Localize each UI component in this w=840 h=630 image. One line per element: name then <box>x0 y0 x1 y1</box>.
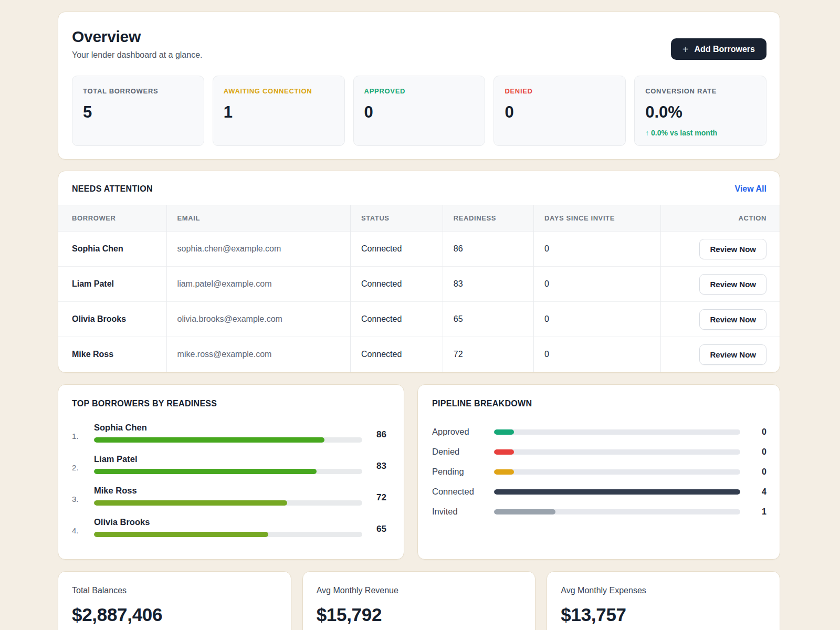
readiness-bar-fill <box>94 500 287 506</box>
pipeline-label: Pending <box>432 467 494 477</box>
summary-value: $15,792 <box>317 604 522 625</box>
summary-value: $13,757 <box>561 604 766 625</box>
pipeline-value: 0 <box>740 447 766 457</box>
stat-label: TOTAL BORROWERS <box>83 87 193 95</box>
borrower-days-since-invite: 0 <box>533 337 660 372</box>
stat-card-denied: DENIED 0 <box>494 76 626 146</box>
top-borrowers-title: TOP BORROWERS BY READINESS <box>72 399 386 408</box>
conversion-delta: ↑ 0.0% vs last month <box>645 129 755 137</box>
table-row: Mike Ross mike.ross@example.com Connecte… <box>58 337 780 372</box>
stat-value: 1 <box>224 103 334 122</box>
top-borrowers-panel: TOP BORROWERS BY READINESS 1. Sophia Che… <box>58 384 404 560</box>
column-header-days: DAYS SINCE INVITE <box>533 205 660 232</box>
borrower-name: Sophia Chen <box>58 232 166 267</box>
borrower-status: Connected <box>350 232 443 267</box>
view-all-link[interactable]: View All <box>735 184 766 194</box>
borrower-name: Liam Patel <box>58 267 166 302</box>
pipeline-title: PIPELINE BREAKDOWN <box>432 399 766 408</box>
pipeline-label: Invited <box>432 507 494 517</box>
add-borrowers-button[interactable]: + Add Borrowers <box>671 38 766 60</box>
stat-card-total-borrowers: TOTAL BORROWERS 5 <box>72 76 204 146</box>
rank-label: 3. <box>72 487 94 503</box>
add-borrowers-label: Add Borrowers <box>694 45 755 54</box>
list-item: 4. Olivia Brooks 65 <box>72 517 386 537</box>
pipeline-bar-fill <box>494 429 514 435</box>
borrower-name: Sophia Chen <box>94 423 362 433</box>
summary-card-avg-monthly-expenses: Avg Monthly Expenses $13,757 <box>547 571 780 630</box>
top-borrowers-list: 1. Sophia Chen 86 2. Liam Patel <box>72 423 386 537</box>
stat-label: APPROVED <box>364 87 475 95</box>
review-now-button[interactable]: Review Now <box>699 344 766 365</box>
stat-card-awaiting-connection: AWAITING CONNECTION 1 <box>213 76 345 146</box>
needs-attention-table: BORROWER EMAIL STATUS READINESS DAYS SIN… <box>58 205 780 372</box>
pipeline-bar-track <box>494 489 740 495</box>
pipeline-row-connected: Connected 4 <box>432 482 766 502</box>
stat-card-approved: APPROVED 0 <box>353 76 486 146</box>
pipeline-bar-fill <box>494 449 514 455</box>
pipeline-row-approved: Approved 0 <box>432 422 766 442</box>
pipeline-row-pending: Pending 0 <box>432 462 766 482</box>
needs-attention-panel: NEEDS ATTENTION View All BORROWER EMAIL … <box>58 171 780 373</box>
readiness-bar-track <box>94 437 362 443</box>
borrower-readiness: 65 <box>443 302 533 337</box>
needs-attention-header: NEEDS ATTENTION View All <box>58 171 780 205</box>
review-now-button[interactable]: Review Now <box>699 274 766 295</box>
readiness-bar-fill <box>94 437 324 443</box>
rank-label: 2. <box>72 456 94 472</box>
pipeline-row-invited: Invited 1 <box>432 502 766 522</box>
column-header-readiness: READINESS <box>443 205 533 232</box>
pipeline-bar-track <box>494 509 740 514</box>
borrower-email: liam.patel@example.com <box>166 267 350 302</box>
pipeline-label: Connected <box>432 487 494 497</box>
page-title: Overview <box>72 28 766 46</box>
summary-card-row: Total Balances $2,887,406 Avg Monthly Re… <box>58 571 780 630</box>
rank-label: 4. <box>72 519 94 535</box>
pipeline-bar-track <box>494 449 740 455</box>
summary-card-total-balances: Total Balances $2,887,406 <box>58 571 291 630</box>
needs-attention-title: NEEDS ATTENTION <box>72 184 153 194</box>
pipeline-breakdown-panel: PIPELINE BREAKDOWN Approved 0 Denied 0 <box>417 384 780 560</box>
pipeline-value: 1 <box>740 507 766 517</box>
readiness-score: 72 <box>362 488 386 503</box>
pipeline-bar-fill <box>494 489 740 495</box>
pipeline-label: Approved <box>432 427 494 437</box>
page-subtitle: Your lender dashboard at a glance. <box>72 50 766 60</box>
table-row: Olivia Brooks olivia.brooks@example.com … <box>58 302 780 337</box>
review-now-button[interactable]: Review Now <box>699 309 766 330</box>
borrower-status: Connected <box>350 267 443 302</box>
column-header-borrower: BORROWER <box>58 205 166 232</box>
readiness-bar-fill <box>94 532 268 537</box>
pipeline-bar-fill <box>494 509 555 514</box>
pipeline-row-denied: Denied 0 <box>432 442 766 462</box>
stat-value: 0 <box>364 103 475 122</box>
borrower-name: Olivia Brooks <box>58 302 166 337</box>
readiness-bar-track <box>94 469 362 474</box>
rank-label: 1. <box>72 424 94 440</box>
readiness-bar-track <box>94 500 362 506</box>
column-header-email: EMAIL <box>166 205 350 232</box>
review-now-button[interactable]: Review Now <box>699 239 766 259</box>
readiness-bar-track <box>94 532 362 537</box>
pipeline-value: 4 <box>740 487 766 497</box>
pipeline-bar-fill <box>494 469 514 475</box>
pipeline-value: 0 <box>740 427 766 437</box>
borrower-days-since-invite: 0 <box>533 302 660 337</box>
table-row: Liam Patel liam.patel@example.com Connec… <box>58 267 780 302</box>
summary-label: Avg Monthly Revenue <box>317 586 522 595</box>
readiness-bar-fill <box>94 469 317 474</box>
readiness-score: 86 <box>362 425 386 440</box>
middle-row: TOP BORROWERS BY READINESS 1. Sophia Che… <box>58 384 780 560</box>
summary-value: $2,887,406 <box>72 604 277 625</box>
table-header: BORROWER EMAIL STATUS READINESS DAYS SIN… <box>58 205 780 232</box>
stat-label: DENIED <box>505 87 615 95</box>
borrower-name: Mike Ross <box>94 486 362 496</box>
stat-value: 0 <box>505 103 615 122</box>
stat-card-row: TOTAL BORROWERS 5 AWAITING CONNECTION 1 … <box>72 76 766 146</box>
list-item: 2. Liam Patel 83 <box>72 454 386 474</box>
dashboard-page: Overview Your lender dashboard at a glan… <box>0 0 840 630</box>
stat-card-conversion-rate: CONVERSION RATE 0.0% ↑ 0.0% vs last mont… <box>634 76 766 146</box>
stat-value: 0.0% <box>645 103 755 122</box>
borrower-days-since-invite: 0 <box>533 267 660 302</box>
borrower-days-since-invite: 0 <box>533 232 660 267</box>
table-row: Sophia Chen sophia.chen@example.com Conn… <box>58 232 780 267</box>
